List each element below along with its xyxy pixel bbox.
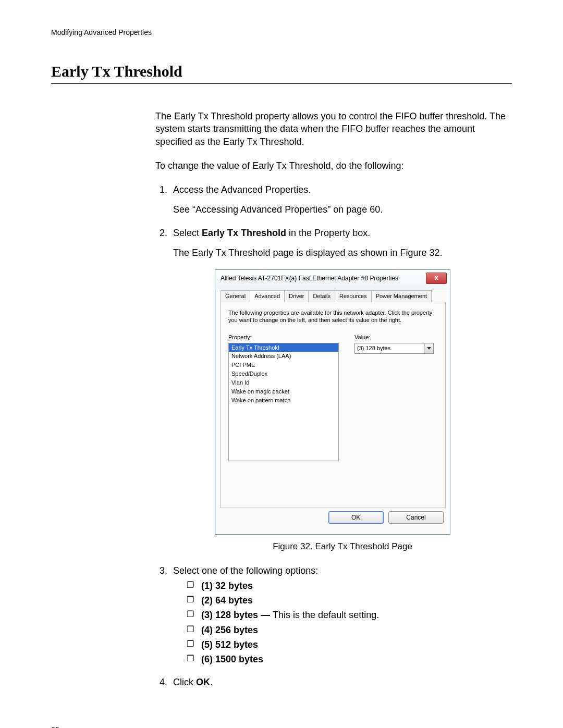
value-dropdown-text: (3) 128 bytes [355, 344, 424, 352]
running-header: Modifying Advanced Properties [51, 28, 512, 36]
tab-power-management[interactable]: Power Management [371, 290, 432, 302]
dialog-button-row: OK Cancel [221, 508, 446, 529]
step-4: Click OK. [170, 676, 512, 688]
step-1: Access the Advanced Properties. See “Acc… [170, 183, 512, 216]
option-128: (3) 128 bytes — This is the default sett… [187, 609, 512, 621]
step-2-post: in the Property box. [286, 228, 370, 238]
ok-button[interactable]: OK [328, 511, 384, 524]
tab-driver[interactable]: Driver [284, 290, 309, 302]
property-item-pci-pme[interactable]: PCI PME [229, 361, 338, 369]
dialog-title: Allied Telesis AT-2701FX(a) Fast Etherne… [221, 274, 398, 282]
property-item-speed-duplex[interactable]: Speed/Duplex [229, 369, 338, 378]
option-256-bold: (4) 256 bytes [201, 625, 258, 635]
step-2: Select Early Tx Threshold in the Propert… [170, 227, 512, 553]
tab-resources[interactable]: Resources [335, 290, 372, 302]
step-3: Select one of the following options: (1)… [170, 564, 512, 665]
option-1500: (6) 1500 bytes [187, 653, 512, 665]
option-1500-bold: (6) 1500 bytes [201, 654, 263, 664]
tab-advanced[interactable]: Advanced [250, 290, 285, 302]
value-dropdown[interactable]: (3) 128 bytes [354, 343, 434, 354]
step-2-pre: Select [173, 228, 202, 238]
property-item-early-tx[interactable]: Early Tx Threshold [229, 343, 338, 352]
tab-details[interactable]: Details [308, 290, 335, 302]
property-item-wake-magic[interactable]: Wake on magic packet [229, 387, 338, 396]
option-32-bold: (1) 32 bytes [201, 581, 253, 591]
page-number: 62 [51, 725, 512, 728]
option-256: (4) 256 bytes [187, 624, 512, 636]
option-512-bold: (5) 512 bytes [201, 639, 258, 650]
figure-caption: Figure 32. Early Tx Threshold Page [173, 541, 512, 553]
step-4-post: . [210, 677, 213, 687]
figure-32: Allied Telesis AT-2701FX(a) Fast Etherne… [173, 269, 512, 535]
title-rule [51, 83, 512, 84]
step-2-sub: The Early Tx Threshold page is displayed… [173, 246, 512, 259]
tab-strip: General Advanced Driver Details Resource… [221, 290, 446, 302]
option-64: (2) 64 bytes [187, 594, 512, 607]
tab-general[interactable]: General [221, 290, 250, 302]
option-64-bold: (2) 64 bytes [201, 595, 253, 606]
step-4-pre: Click [173, 677, 196, 687]
property-item-vlan-id[interactable]: Vlan Id [229, 378, 338, 387]
option-128-bold: (3) 128 bytes — [201, 610, 273, 620]
step-4-bold: OK [196, 677, 210, 687]
page-title: Early Tx Threshold [51, 63, 512, 81]
property-item-network-address[interactable]: Network Address (LAA) [229, 352, 338, 361]
step-1-sub: See “Accessing Advanced Properties” on p… [173, 203, 512, 216]
option-32: (1) 32 bytes [187, 579, 512, 592]
properties-dialog: Allied Telesis AT-2701FX(a) Fast Etherne… [215, 269, 450, 535]
step-1-text: Access the Advanced Properties. [173, 184, 311, 195]
option-512: (5) 512 bytes [187, 638, 512, 651]
option-128-rest: This is the default setting. [273, 610, 379, 620]
cancel-button[interactable]: Cancel [388, 511, 444, 524]
property-label: Property: [228, 334, 339, 341]
step-2-bold: Early Tx Threshold [202, 228, 286, 238]
dialog-titlebar: Allied Telesis AT-2701FX(a) Fast Etherne… [215, 270, 450, 290]
value-label: Value: [354, 334, 434, 341]
chevron-down-icon[interactable] [424, 343, 433, 353]
property-listbox[interactable]: Early Tx Threshold Network Address (LAA)… [228, 343, 339, 461]
intro-paragraph-2: To change the value of Early Tx Threshol… [155, 159, 512, 172]
dialog-description: The following properties are available f… [228, 310, 438, 324]
tab-panel-advanced: The following properties are available f… [221, 302, 446, 508]
intro-paragraph-1: The Early Tx Threshold property allows y… [155, 110, 512, 148]
property-item-wake-pattern[interactable]: Wake on pattern match [229, 396, 338, 405]
step-3-text: Select one of the following options: [173, 565, 318, 576]
close-button[interactable]: x [426, 273, 447, 284]
